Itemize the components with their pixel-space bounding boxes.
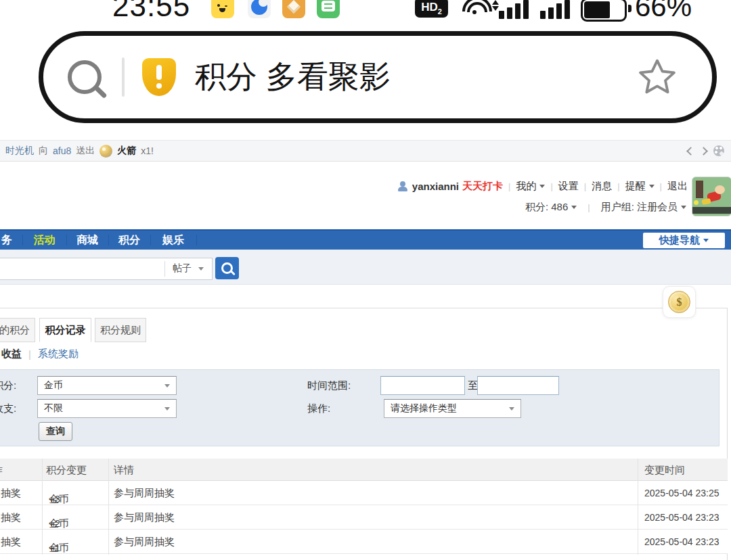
divider: | <box>28 348 31 360</box>
row-detail: 参与周周抽奖 <box>114 536 175 549</box>
tab-credit-rules[interactable]: 积分规则 <box>95 318 146 342</box>
operation-label: 操作: <box>307 402 330 415</box>
wifi-icon <box>463 0 491 18</box>
credit-type-select[interactable]: 金币 <box>37 376 177 395</box>
table-row: 周周抽奖 金币 +1 参与周周抽奖 2025-05-04 23:23 <box>0 530 728 554</box>
divider: | <box>588 202 590 212</box>
warning-shield-icon <box>142 58 176 96</box>
gift-count: x1! <box>141 145 154 156</box>
row-operation: 周周抽奖 <box>0 487 21 500</box>
row-operation: 周周抽奖 <box>0 536 21 549</box>
col-change-time: 变更时间 <box>644 464 685 477</box>
checkin-badge[interactable]: 天天打卡 <box>462 180 503 193</box>
nav-item-entertainment[interactable]: 娱乐 <box>150 231 196 250</box>
broadcast-bar: 时光机 向 afu8 送出 火箭 x1! <box>0 140 731 162</box>
status-time: 23:55 <box>112 0 190 23</box>
browser-address-bar[interactable]: 积分 多看聚影 <box>39 31 717 123</box>
broadcast-sender-link[interactable]: 时光机 <box>5 145 34 157</box>
avatar[interactable] <box>692 177 731 216</box>
credit-delta: +2 <box>49 517 60 529</box>
bookmark-star-icon[interactable] <box>636 56 678 98</box>
divider <box>0 308 728 308</box>
menu-logout[interactable]: 退出 <box>667 180 688 193</box>
date-to-input[interactable] <box>477 376 559 395</box>
chevron-down-icon <box>509 407 514 411</box>
menu-messages[interactable]: 消息 <box>592 180 612 193</box>
search-icon <box>68 60 102 94</box>
credit-delta: +3 <box>49 493 60 505</box>
gift-name: 火箭 <box>117 145 136 157</box>
divider <box>108 459 109 555</box>
notification-app-icon-emoji <box>211 0 234 18</box>
nav-item-activity[interactable]: 活动 <box>22 231 66 250</box>
user-bar: yanxianni 天天打卡 | 我的 | 设置 | 消息 | 提醒 | 退出 <box>397 180 688 193</box>
nav-item-service[interactable]: 务 <box>0 231 24 250</box>
username-link[interactable]: yanxianni <box>412 181 459 192</box>
battery-icon <box>581 0 627 22</box>
chevron-down-icon <box>681 206 686 209</box>
date-from-input[interactable] <box>380 376 465 395</box>
subnav-system-rewards-link[interactable]: 系统奖励 <box>38 348 79 360</box>
to-label: 至 <box>468 379 478 392</box>
table-header: 操作 积分变更 详情 变更时间 <box>0 459 728 481</box>
query-button[interactable]: 查询 <box>39 422 72 441</box>
screen: 23:55 HD2 66% 积分 多看聚影 时光机 向 afu8 送出 火箭 x… <box>0 0 731 560</box>
nav-item-mall[interactable]: 商城 <box>66 231 108 250</box>
chevron-down-icon <box>539 185 545 188</box>
quick-nav-button[interactable]: 快捷导航 <box>643 233 725 248</box>
menu-reminders[interactable]: 提醒 <box>625 180 646 193</box>
time-range-label: 时间范围: <box>307 379 351 392</box>
operation-select[interactable]: 请选择操作类型 <box>384 399 521 418</box>
gold-coin-icon: $ <box>668 291 690 313</box>
divider <box>122 57 125 97</box>
menu-my[interactable]: 我的 <box>516 180 536 193</box>
gift-rocket-icon <box>99 145 112 158</box>
prev-broadcast-icon[interactable] <box>686 147 695 156</box>
row-detail: 参与周周抽奖 <box>114 487 175 500</box>
row-time: 2025-05-04 23:23 <box>644 536 719 547</box>
col-credit-change: 积分变更 <box>46 464 87 477</box>
user-stats-bar: 积分: 486 | 用户组: 注册会员 <box>525 201 686 214</box>
address-bar-query[interactable]: 积分 多看聚影 <box>195 56 391 98</box>
chevron-down-icon <box>198 267 204 271</box>
forum-search-input[interactable]: 帖子 <box>0 258 213 280</box>
battery-percent: 66% <box>635 0 692 23</box>
search-type-select[interactable]: 帖子 <box>173 262 192 275</box>
menu-settings[interactable]: 设置 <box>558 180 579 193</box>
income-expense-label: 收支: <box>0 402 16 415</box>
tab-my-credits[interactable]: 的积分 <box>0 318 35 342</box>
credit-type-label: 积分: <box>0 379 16 392</box>
row-time: 2025-05-04 23:23 <box>644 512 719 523</box>
row-time: 2025-05-04 23:25 <box>644 488 719 498</box>
nav-item-credits[interactable]: 积分 <box>108 231 150 250</box>
subnav: 收益 | 系统奖励 <box>1 348 79 360</box>
next-broadcast-icon[interactable] <box>699 147 708 156</box>
income-expense-select[interactable]: 不限 <box>37 399 177 418</box>
hd-voice-icon: HD2 <box>415 0 448 18</box>
forum-search-button[interactable] <box>215 257 239 279</box>
usergroup[interactable]: 用户组: 注册会员 <box>601 201 678 214</box>
palette-icon[interactable] <box>713 145 724 156</box>
row-operation: 周周抽奖 <box>0 511 21 524</box>
main-nav: 务 活动 商城 积分 娱乐 快捷导航 <box>0 229 731 251</box>
divider: | <box>584 181 586 191</box>
notification-app-icon-browser <box>248 0 271 18</box>
subnav-income[interactable]: 收益 <box>1 348 22 360</box>
divider: | <box>550 181 552 191</box>
credits-total[interactable]: 积分: 486 <box>525 201 568 214</box>
divider: | <box>508 181 510 191</box>
search-icon <box>221 262 233 274</box>
chevron-down-icon <box>703 239 709 242</box>
table-row: 周周抽奖 金币 +2 参与周周抽奖 2025-05-04 23:23 <box>0 505 728 530</box>
broadcast-preposition: 向 <box>39 145 48 157</box>
broadcast-recipient-link[interactable]: afu8 <box>53 145 71 156</box>
col-operation: 操作 <box>0 464 3 477</box>
credit-delta: +1 <box>49 542 60 553</box>
notification-app-icon-box <box>282 0 305 18</box>
col-detail: 详情 <box>114 464 134 477</box>
coin-widget[interactable]: $ <box>663 286 696 318</box>
tab-credit-log[interactable]: 积分记录 <box>39 318 91 342</box>
signal-bars-icon-1 <box>499 0 531 19</box>
chevron-down-icon <box>649 185 655 188</box>
chevron-down-icon <box>164 407 170 411</box>
